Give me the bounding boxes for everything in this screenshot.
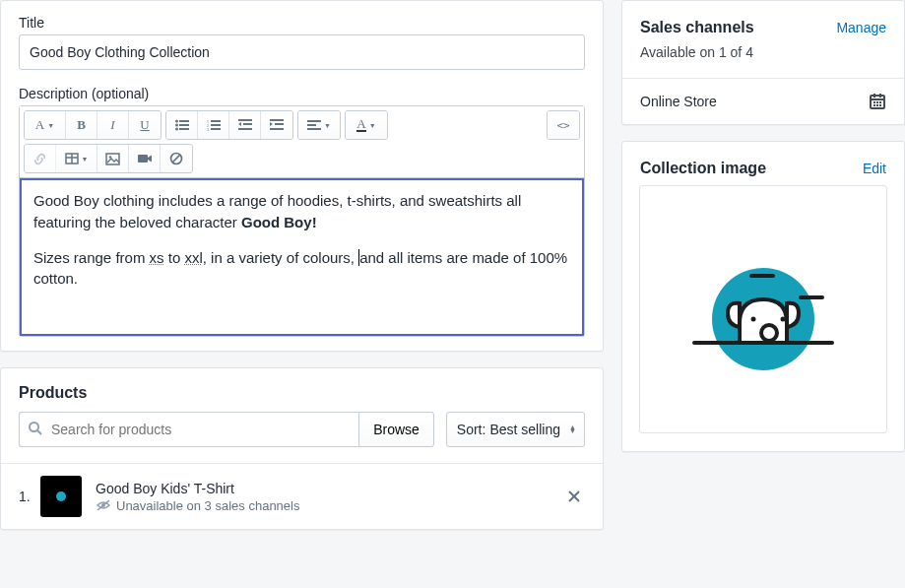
svg-rect-16 [275,123,284,125]
desc-p2-xs: xs [150,249,164,266]
svg-rect-15 [270,119,284,121]
svg-rect-7 [211,124,221,126]
svg-line-30 [37,430,41,434]
svg-line-28 [173,156,180,163]
svg-rect-19 [307,124,316,126]
align-dropdown[interactable]: ▼ [298,111,340,139]
svg-point-29 [30,423,38,431]
online-store-label: Online Store [640,94,717,109]
svg-rect-1 [179,120,189,122]
svg-rect-20 [307,128,321,130]
editor-toolbar: A▼ B I U 123 ▼ [20,106,584,178]
svg-point-52 [751,317,756,322]
indent-button[interactable] [261,111,292,139]
sort-dropdown[interactable]: Sort: Best selling ▲▼ [446,412,585,447]
svg-rect-41 [876,101,878,103]
browse-button[interactable]: Browse [358,412,434,447]
outdent-button[interactable] [229,111,261,139]
svg-rect-38 [873,94,875,98]
svg-rect-44 [876,104,878,106]
desc-p2-c: , in a variety of colours, [203,249,358,266]
svg-text:3: 3 [207,127,209,132]
svg-rect-43 [873,104,875,106]
product-subtext: Unavailable on 3 sales channels [116,498,299,513]
bullet-list-button[interactable] [166,111,198,139]
title-label: Title [19,15,585,31]
underline-button[interactable]: U [129,111,161,139]
svg-rect-13 [243,123,252,125]
link-button[interactable] [25,145,56,172]
product-index: 1. [19,489,40,504]
desc-p2-b: to [164,249,185,266]
svg-rect-6 [211,120,221,122]
description-editor[interactable]: Good Boy clothing includes a range of ho… [20,178,584,336]
svg-rect-26 [138,155,148,163]
svg-rect-12 [238,119,252,121]
search-icon [28,421,43,436]
bold-button[interactable]: B [66,111,97,139]
italic-button[interactable]: I [97,111,129,139]
hidden-icon [96,498,111,512]
svg-rect-14 [238,128,252,130]
clear-format-button[interactable] [161,145,192,172]
video-button[interactable] [129,145,161,172]
manage-link[interactable]: Manage [836,20,886,35]
svg-point-4 [175,128,178,131]
svg-rect-8 [211,128,221,130]
svg-point-51 [761,325,777,341]
product-thumbnail [40,476,82,517]
sort-prefix: Sort: [457,422,486,437]
remove-product-button[interactable] [563,486,585,507]
text-color-dropdown[interactable]: A▼ [346,111,387,139]
svg-rect-18 [307,120,321,122]
calendar-icon[interactable] [869,93,886,110]
svg-rect-17 [270,128,284,130]
numbered-list-button[interactable]: 123 [198,111,229,139]
format-font-dropdown[interactable]: A▼ [25,111,66,139]
sales-channels-availability: Available on 1 of 4 [622,44,904,78]
table-dropdown[interactable]: ▼ [56,145,97,172]
code-view-button[interactable]: <> [548,111,579,139]
svg-point-31 [56,491,66,501]
svg-point-0 [175,120,178,123]
product-row: 1. Good Boy Kids' T-Shirt Unavailable on… [1,463,603,529]
desc-p1-bold: Good Boy! [241,214,317,230]
collection-image-preview [639,185,887,433]
desc-p2-xxl: xxl [184,249,202,266]
edit-image-link[interactable]: Edit [863,161,886,176]
svg-rect-45 [879,104,881,106]
svg-rect-24 [106,154,119,164]
svg-point-2 [175,124,178,127]
product-search-input[interactable] [19,412,358,447]
sales-channels-heading: Sales channels [640,19,754,36]
chevron-updown-icon: ▲▼ [569,425,576,433]
sort-value: Best selling [489,422,560,437]
image-button[interactable] [97,145,129,172]
svg-point-53 [781,317,786,322]
product-name: Good Boy Kids' T-Shirt [96,481,563,496]
svg-rect-42 [879,101,881,103]
title-input[interactable] [19,34,585,70]
products-heading: Products [1,368,603,412]
svg-rect-40 [873,101,875,103]
collection-image-heading: Collection image [640,160,766,177]
svg-rect-3 [179,124,189,126]
description-label: Description (optional) [19,86,585,101]
svg-rect-5 [179,128,189,130]
desc-p2-a: Sizes range from [33,249,150,266]
svg-rect-39 [879,94,881,98]
